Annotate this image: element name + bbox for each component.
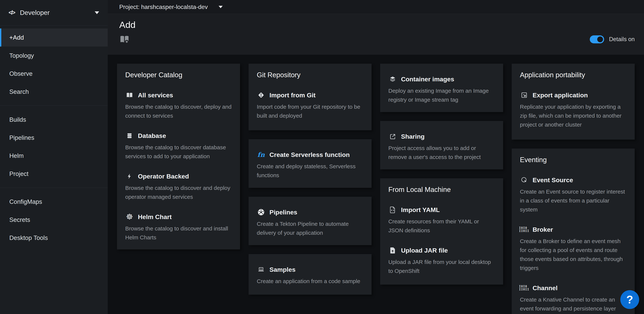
broker-binary-icon: IOIOIIOII xyxy=(520,227,528,233)
tile-helm-chart[interactable]: ☸ Helm Chart Browse the catalog to disco… xyxy=(125,212,232,242)
caret-down-icon xyxy=(95,11,99,14)
tile-event-source[interactable]: Event Source Create an Event source to r… xyxy=(520,175,626,214)
help-button[interactable]: ? xyxy=(620,290,639,309)
tile-label: Pipelines xyxy=(270,209,297,216)
tile-label: Import YAML xyxy=(401,206,440,214)
sidebar-item-topology[interactable]: Topology xyxy=(0,46,108,65)
tile-samples[interactable]: Samples Create an application from a cod… xyxy=(257,265,363,286)
tile-export-application[interactable]: Export application Replicate your applic… xyxy=(520,90,626,129)
card-sharing: Sharing Project access allows you to add… xyxy=(380,121,503,169)
tile-label: Import from Git xyxy=(270,92,316,99)
helm-icon: ☸ xyxy=(125,213,134,221)
details-toggle-label: Details on xyxy=(609,36,635,43)
sidebar-item-observe[interactable]: Observe xyxy=(0,65,108,83)
sidebar-item-configmaps[interactable]: ConfigMaps xyxy=(0,193,108,211)
page-header: Add Details on xyxy=(108,14,644,55)
tile-label: Container images xyxy=(401,76,454,83)
tile-description: Replicate your application by exporting … xyxy=(520,102,626,129)
code-icon: </> xyxy=(8,9,15,16)
card-container-images: Container images Deploy an existing Imag… xyxy=(380,64,503,112)
tile-import-yaml[interactable]: Import YAML Create resources from their … xyxy=(388,205,495,235)
tile-description: Browse the catalog to discover and deplo… xyxy=(125,184,232,201)
tile-channel[interactable]: IOIOIIOII Channel Create a Knative Chann… xyxy=(520,283,626,314)
tile-description: Browse the catalog to discover and insta… xyxy=(125,224,232,242)
tile-label: Sharing xyxy=(401,133,425,140)
tile-sharing[interactable]: Sharing Project access allows you to add… xyxy=(388,132,495,162)
sidebar-divider xyxy=(0,188,108,188)
tile-description: Create a Tekton Pipeline to automate del… xyxy=(257,219,363,237)
card-title: From Local Machine xyxy=(388,186,495,194)
sidebar-divider xyxy=(0,105,108,106)
tile-label: Upload JAR file xyxy=(401,247,448,254)
event-source-icon xyxy=(520,177,528,183)
tile-label: Channel xyxy=(532,285,558,292)
tile-label: Operator Backed xyxy=(138,173,189,180)
sidebar-item-search[interactable]: Search xyxy=(0,83,108,101)
tile-pipelines[interactable]: Pipelines Create a Tekton Pipeline to au… xyxy=(257,208,363,237)
tile-container-images[interactable]: Container images Deploy an existing Imag… xyxy=(388,74,495,104)
file-code-icon xyxy=(388,206,397,213)
tile-description: Import code from your Git repository to … xyxy=(257,102,363,120)
sidebar-item-pipelines[interactable]: Pipelines xyxy=(0,129,108,147)
tile-operator-backed[interactable]: Operator Backed Browse the catalog to di… xyxy=(125,172,232,201)
tile-broker[interactable]: IOIOIIOII Broker Create a Broker to defi… xyxy=(520,225,626,273)
tile-upload-jar-file[interactable]: Upload JAR file Upload a JAR file from y… xyxy=(388,246,495,276)
sidebar-item-helm[interactable]: Helm xyxy=(0,147,108,165)
grid-column: Container images Deploy an existing Imag… xyxy=(380,64,503,314)
tile-description: Create resources from their YAML or JSON… xyxy=(388,217,495,235)
details-toggle[interactable] xyxy=(590,35,604,43)
tile-label: Database xyxy=(138,132,166,139)
tile-import-from-git[interactable]: Import from Git Import code from your Gi… xyxy=(257,90,363,120)
openshift-console: </> Developer +Add Topology Observe Sear… xyxy=(0,0,644,314)
grid-column: Developer Catalog All services Browse th… xyxy=(117,64,240,314)
perspective-switcher[interactable]: </> Developer xyxy=(0,0,108,25)
card-samples: Samples Create an application from a cod… xyxy=(248,254,372,295)
page-title: Add xyxy=(119,19,635,30)
samples-icon xyxy=(257,266,265,273)
channel-binary-icon: IOIOIIOII xyxy=(520,285,528,291)
sidebar-item-project[interactable]: Project xyxy=(0,165,108,183)
tile-all-services[interactable]: All services Browse the catalog to disco… xyxy=(125,90,232,120)
tile-description: Upload a JAR file from your local deskto… xyxy=(388,258,495,276)
tile-description: Create an application from a code sample xyxy=(257,277,363,286)
tile-database[interactable]: Database Browse the catalog to discover … xyxy=(125,131,232,161)
details-toggle-group: Details on xyxy=(590,35,635,43)
card-eventing: Eventing Event Source Create an Event so… xyxy=(512,149,635,314)
sidebar-item-secrets[interactable]: Secrets xyxy=(0,211,108,229)
pipelines-icon xyxy=(257,209,265,216)
caret-down-icon xyxy=(218,6,223,8)
quickstarts-book-icon[interactable] xyxy=(119,34,130,44)
tile-label: Create Serverless function xyxy=(270,151,350,158)
tile-description: Browse the catalog to discover, deploy a… xyxy=(125,102,232,120)
tile-description: Deploy an existing Image from an Image r… xyxy=(388,86,495,104)
sidebar-item-add[interactable]: +Add xyxy=(0,28,108,46)
sidebar-item-builds[interactable]: Builds xyxy=(0,111,108,129)
project-selector[interactable]: Project: harshcasper-localsta-dev xyxy=(108,0,644,14)
bolt-icon xyxy=(125,173,134,179)
card-serverless-function: fn Create Serverless function Create and… xyxy=(248,139,372,188)
sidebar-item-desktop-tools[interactable]: Desktop Tools xyxy=(0,229,108,247)
tile-description: Create a Broker to define an event mesh … xyxy=(520,237,626,273)
tile-description: Browse the catalog to discover database … xyxy=(125,143,232,161)
tile-label: Export application xyxy=(532,92,588,99)
main-content: Project: harshcasper-localsta-dev Add De… xyxy=(108,0,644,314)
card-title: Git Repository xyxy=(257,71,363,79)
card-from-local-machine: From Local Machine Import YAML Create re… xyxy=(380,178,503,285)
grid-column: Git Repository Import from Git Import co… xyxy=(248,64,372,314)
tile-label: Broker xyxy=(532,226,553,233)
book-icon xyxy=(125,92,134,98)
database-icon xyxy=(125,133,134,139)
git-icon xyxy=(257,92,265,98)
layers-icon xyxy=(388,76,397,82)
tile-description: Project access allows you to add or remo… xyxy=(388,144,495,162)
tile-create-serverless-function[interactable]: fn Create Serverless function Create and… xyxy=(257,150,363,180)
project-selector-label: Project: harshcasper-localsta-dev xyxy=(119,3,208,10)
toggle-knob xyxy=(597,36,603,42)
card-title: Developer Catalog xyxy=(125,71,232,79)
tile-label: Helm Chart xyxy=(138,213,172,221)
fn-icon: fn xyxy=(257,152,265,158)
export-icon xyxy=(520,92,528,98)
share-icon xyxy=(388,133,397,140)
card-application-portability: Application portability Export applicati… xyxy=(512,64,635,140)
file-upload-icon xyxy=(388,247,397,254)
